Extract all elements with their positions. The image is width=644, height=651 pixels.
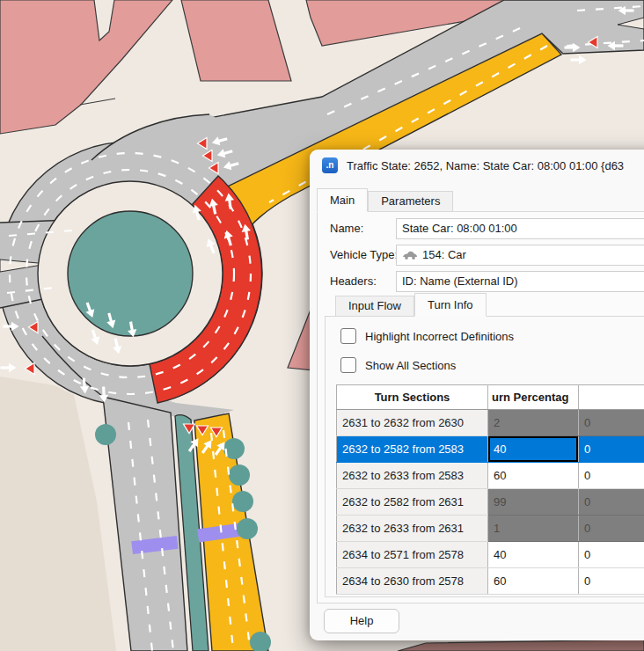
highlight-incorrect-label: Highlight Incorrect Definitions (365, 330, 514, 343)
cell-section[interactable]: 2634 to 2630 from 2578 (337, 568, 488, 595)
table-row[interactable]: 2632 to 2582 from 2631 99 0 (337, 489, 644, 516)
table-row[interactable]: 2632 to 2633 from 2583 60 0 (337, 463, 644, 489)
table-header-row: Turn Sections urn Percentag (337, 385, 644, 410)
table-row[interactable]: 2634 to 2571 from 2578 40 0 (337, 542, 644, 568)
app-icon: .n (322, 157, 338, 173)
turn-percentage-table[interactable]: Turn Sections urn Percentag 2631 to 2632… (336, 384, 644, 595)
cell-col3[interactable]: 0 (579, 516, 644, 542)
cell-col3[interactable]: 0 (579, 489, 644, 516)
cell-pct[interactable]: 60 (488, 568, 579, 595)
table-row[interactable]: 2634 to 2630 from 2578 60 0 (337, 568, 644, 595)
main-tabbar: Main Parameters (317, 188, 453, 212)
vehicle-type-select[interactable]: 154: Car (396, 245, 644, 266)
traffic-state-dialog: .n Traffic State: 2652, Name: State Car:… (310, 150, 644, 640)
cell-section[interactable]: 2632 to 2582 from 2583 (337, 436, 488, 463)
car-icon (402, 250, 418, 260)
name-input[interactable]: State Car: 08:00 01:00 (396, 218, 644, 239)
dialog-titlebar[interactable]: .n Traffic State: 2652, Name: State Car:… (310, 150, 644, 185)
cell-col3[interactable]: 0 (579, 542, 644, 568)
name-label: Name: (330, 222, 363, 235)
headers-select[interactable]: ID: Name (External ID) (396, 271, 644, 292)
cell-pct[interactable]: 99 (488, 489, 579, 516)
cell-col3[interactable]: 0 (579, 436, 644, 463)
show-all-sections-row: Show All Sections (340, 357, 456, 373)
cell-col3[interactable]: 0 (579, 463, 644, 489)
cell-col3[interactable]: 0 (579, 568, 644, 595)
cell-section[interactable]: 2632 to 2582 from 2631 (337, 489, 488, 516)
tab-main[interactable]: Main (317, 188, 368, 212)
headers-label: Headers: (330, 274, 377, 288)
col-header-turn-percentage[interactable]: urn Percentag (488, 385, 579, 410)
table-row[interactable]: 2631 to 2632 from 2630 2 0 (337, 410, 644, 436)
col-header-turn-sections[interactable]: Turn Sections (337, 385, 488, 410)
roundabout-island (68, 211, 193, 336)
screenshot-root: .n Traffic State: 2652, Name: State Car:… (0, 0, 644, 651)
vehicle-type-value: 154: Car (422, 245, 466, 265)
table-row-selected[interactable]: 2632 to 2582 from 2583 40 0 (337, 436, 644, 463)
help-button[interactable]: Help (324, 609, 399, 633)
cell-section[interactable]: 2632 to 2633 from 2631 (337, 516, 488, 542)
cell-pct[interactable]: 2 (488, 410, 579, 436)
col-header-3[interactable] (579, 385, 644, 410)
cell-col3[interactable]: 0 (579, 410, 644, 436)
highlight-incorrect-checkbox[interactable] (340, 328, 356, 344)
cell-pct[interactable]: 1 (488, 516, 579, 542)
cell-pct[interactable]: 40 (488, 542, 579, 568)
cell-section[interactable]: 2632 to 2633 from 2583 (337, 463, 488, 489)
cell-section[interactable]: 2634 to 2571 from 2578 (337, 542, 488, 568)
main-tab-pane: Name: State Car: 08:00 01:00 Vehicle Typ… (317, 211, 644, 603)
table-row[interactable]: 2632 to 2633 from 2631 1 0 (337, 516, 644, 542)
tab-parameters[interactable]: Parameters (368, 191, 453, 212)
subtab-turn-info[interactable]: Turn Info (414, 293, 487, 317)
dialog-title: Traffic State: 2652, Name: State Car: 08… (347, 159, 624, 172)
cell-pct-focused[interactable]: 40 (488, 436, 579, 463)
cell-section[interactable]: 2631 to 2632 from 2630 (337, 410, 488, 436)
sub-tabbar: Input Flow Turn Info (335, 293, 487, 317)
show-all-sections-label: Show All Sections (365, 359, 456, 372)
subtab-input-flow[interactable]: Input Flow (335, 296, 414, 317)
turn-info-pane: Highlight Incorrect Definitions Show All… (325, 316, 644, 597)
show-all-sections-checkbox[interactable] (340, 357, 356, 373)
vehicle-type-label: Vehicle Type: (330, 248, 398, 261)
cell-pct[interactable]: 60 (488, 463, 579, 489)
highlight-incorrect-row: Highlight Incorrect Definitions (340, 328, 514, 344)
